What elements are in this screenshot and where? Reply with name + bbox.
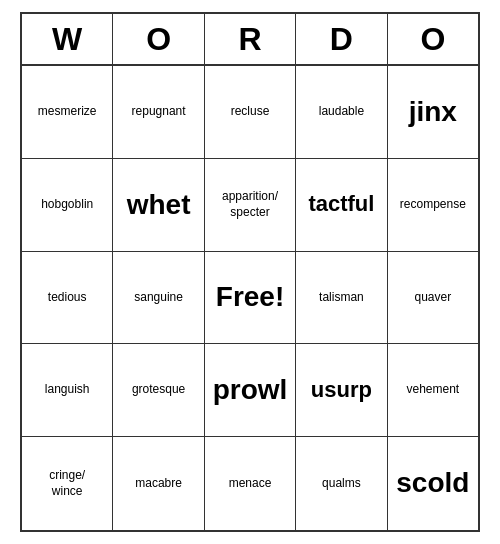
- header-letter-o: O: [113, 14, 204, 66]
- cell-4-3: qualms: [296, 437, 387, 530]
- cell-3-2: prowl: [205, 344, 296, 437]
- header-letter-w: W: [22, 14, 113, 66]
- header-letter-d: D: [296, 14, 387, 66]
- cell-0-2: recluse: [205, 66, 296, 159]
- cell-2-3: talisman: [296, 252, 387, 345]
- cell-3-1: grotesque: [113, 344, 204, 437]
- cell-4-2: menace: [205, 437, 296, 530]
- cell-1-0: hobgoblin: [22, 159, 113, 252]
- cell-1-3: tactful: [296, 159, 387, 252]
- grid-row-0: mesmerizerepugnantrecluselaudablejinx: [22, 66, 478, 159]
- cell-2-0: tedious: [22, 252, 113, 345]
- cell-0-1: repugnant: [113, 66, 204, 159]
- grid-row-2: tedioussanguineFree!talismanquaver: [22, 252, 478, 345]
- grid-row-3: languishgrotesqueprowlusurpvehement: [22, 344, 478, 437]
- cell-1-2: apparition/specter: [205, 159, 296, 252]
- cell-1-4: recompense: [388, 159, 478, 252]
- cell-2-4: quaver: [388, 252, 478, 345]
- grid: mesmerizerepugnantrecluselaudablejinxhob…: [22, 66, 478, 530]
- cell-4-0: cringe/wince: [22, 437, 113, 530]
- cell-3-3: usurp: [296, 344, 387, 437]
- cell-3-0: languish: [22, 344, 113, 437]
- cell-3-4: vehement: [388, 344, 478, 437]
- cell-1-1: whet: [113, 159, 204, 252]
- grid-row-1: hobgoblinwhetapparition/spectertactfulre…: [22, 159, 478, 252]
- cell-4-4: scold: [388, 437, 478, 530]
- header-letter-r: R: [205, 14, 296, 66]
- header-letter-o: O: [388, 14, 478, 66]
- cell-0-3: laudable: [296, 66, 387, 159]
- header-row: WORDO: [22, 14, 478, 66]
- bingo-card: WORDO mesmerizerepugnantrecluselaudablej…: [20, 12, 480, 532]
- cell-2-2: Free!: [205, 252, 296, 345]
- cell-4-1: macabre: [113, 437, 204, 530]
- cell-2-1: sanguine: [113, 252, 204, 345]
- cell-0-0: mesmerize: [22, 66, 113, 159]
- cell-0-4: jinx: [388, 66, 478, 159]
- grid-row-4: cringe/wincemacabremenacequalmsscold: [22, 437, 478, 530]
